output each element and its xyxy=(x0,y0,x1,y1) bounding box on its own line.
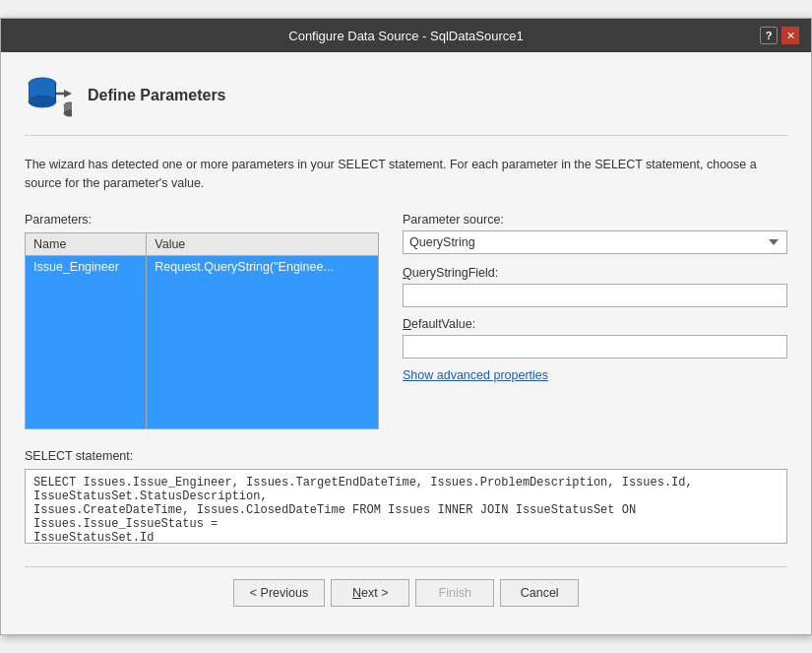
help-button[interactable]: ? xyxy=(760,27,778,44)
next-button[interactable]: Next > xyxy=(331,579,409,607)
page-title: Define Parameters xyxy=(88,87,226,104)
cancel-button[interactable]: Cancel xyxy=(500,579,579,607)
dialog-content: Define Parameters The wizard has detecte… xyxy=(1,52,811,634)
col-name: Name xyxy=(26,232,147,255)
table-header-row: Name Value xyxy=(26,232,379,255)
finish-button[interactable]: Finish xyxy=(415,579,494,607)
default-value-input[interactable]: 0 xyxy=(403,335,787,359)
sql-textarea[interactable]: SELECT Issues.Issue_Engineer, Issues.Tar… xyxy=(25,469,787,544)
col-value: Value xyxy=(147,232,379,255)
svg-rect-4 xyxy=(55,84,56,101)
param-source-select[interactable]: QueryString None Cookie Control Form Pro… xyxy=(403,230,787,254)
svg-rect-3 xyxy=(29,84,30,101)
database-icon xyxy=(25,72,72,119)
param-source-label: Parameter source: xyxy=(403,213,787,227)
previous-button[interactable]: < Previous xyxy=(233,579,325,607)
title-controls: ? ✕ xyxy=(760,27,799,44)
close-button[interactable]: ✕ xyxy=(781,27,799,44)
parameters-label: Parameters: xyxy=(25,213,379,227)
description-text: The wizard has detected one or more para… xyxy=(25,156,787,193)
svg-point-9 xyxy=(64,110,72,116)
querystring-field-input[interactable]: EngineerId xyxy=(403,284,787,307)
svg-point-2 xyxy=(29,96,56,107)
main-window: Configure Data Source - SqlDataSource1 ?… xyxy=(0,18,812,635)
show-advanced-button[interactable]: Show advanced properties xyxy=(403,368,548,382)
main-body: Parameters: Name Value Issue_Engineer Re… xyxy=(25,213,787,429)
left-panel: Parameters: Name Value Issue_Engineer Re… xyxy=(25,213,379,429)
param-name: Issue_Engineer xyxy=(26,255,147,428)
dialog-footer: < Previous Next > Finish Cancel xyxy=(25,566,787,615)
svg-marker-6 xyxy=(64,90,72,98)
select-statement-section: SELECT statement: SELECT Issues.Issue_En… xyxy=(25,449,787,547)
parameters-table: Name Value Issue_Engineer Request.QueryS… xyxy=(25,232,379,429)
right-panel: Parameter source: QueryString None Cooki… xyxy=(403,213,787,429)
window-title: Configure Data Source - SqlDataSource1 xyxy=(52,29,760,43)
default-value-label: DefaultValue: xyxy=(403,317,787,331)
querystring-field-label: QueryStringField: xyxy=(403,266,787,280)
title-bar: Configure Data Source - SqlDataSource1 ?… xyxy=(1,19,811,52)
table-row[interactable]: Issue_Engineer Request.QueryString("Engi… xyxy=(26,255,379,428)
select-statement-label: SELECT statement: xyxy=(25,449,787,463)
param-value: Request.QueryString("Enginee... xyxy=(147,255,379,428)
header-section: Define Parameters xyxy=(25,72,787,136)
